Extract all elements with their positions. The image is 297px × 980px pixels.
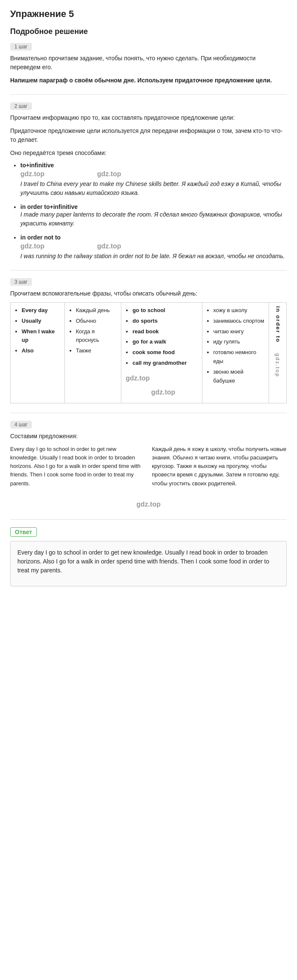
step-1-text: Внимательно прочитаем задание, чтобы пон…	[10, 54, 287, 72]
step-2: 2 шаг Прочитаем информацию про то, как с…	[10, 102, 287, 261]
phrase-call-granny: call my grandmother	[132, 359, 197, 368]
phrase-every-day: Every day	[22, 306, 60, 315]
phrases-table: Every day Usually When I wake up Also Ка…	[10, 302, 287, 403]
phrases-row: Every day Usually When I wake up Also Ка…	[11, 303, 287, 403]
step-1-badge: 1 шаг	[10, 43, 32, 51]
structure-item-2: in order to+infinitive I made many paper…	[20, 203, 287, 228]
watermark-2: gdz.top	[97, 170, 121, 178]
structure-name-1: to+infinitive	[20, 162, 54, 169]
phrase-go-walk: go for a walk	[132, 338, 197, 346]
step-4-intro: Составим предложения:	[10, 432, 287, 441]
structure-item-3: in order not to gdz.top gdz.top I was ru…	[20, 234, 287, 261]
answer-text: Every day I go to school in order to get…	[10, 541, 287, 586]
example-2-en: I made many paper lanterns to decorate t…	[20, 210, 287, 228]
phrase-kazhdyi-den: Каждый день	[76, 306, 117, 315]
col-time-en: Every day Usually When I wake up Also	[11, 303, 65, 403]
structure-name-3: in order not to	[20, 234, 61, 241]
phrase-go-school: go to school	[132, 306, 197, 315]
step-4-badge: 4 шаг	[10, 421, 32, 428]
phrase-when-wake: When I wake up	[22, 327, 60, 345]
watermark-1: gdz.top	[20, 170, 45, 178]
step-2-badge: 2 шаг	[10, 102, 32, 110]
col-actions-ru: хожу в школу занимаюсь спортом читаю кни…	[202, 303, 269, 403]
step-1-note: Напишем параграф о своём обычном дне. Ис…	[10, 76, 287, 85]
phrase-zvoniu: звоню моей бабушке	[213, 368, 265, 386]
step-2-intro: Прочитаем информацию про то, как составл…	[10, 113, 287, 122]
watermark-7: gdz.top	[273, 353, 281, 377]
step-4-text-ru: Каждый день я хожу в школу, чтобы получи…	[152, 445, 287, 488]
page-title: Упражнение 5	[10, 8, 287, 20]
phrase-usually: Usually	[22, 317, 60, 326]
phrase-obychno: Обычно	[76, 317, 117, 326]
phrase-gotovlyu: готовлю немного еды	[213, 348, 265, 366]
step-3-badge: 3 шаг	[10, 278, 32, 286]
step-3-intro: Прочитаем вспомогательные фразы, чтобы о…	[10, 289, 287, 298]
watermark-5: gdz.top	[126, 373, 150, 384]
answer-label: Ответ	[10, 527, 37, 537]
step-4-text-en: Every day I go to school in order to get…	[10, 445, 145, 488]
phrase-zanimayus: занимаюсь спортом	[213, 317, 265, 326]
phrase-kogda: Когда я проснусь	[76, 327, 117, 345]
col-time-ru: Каждый день Обычно Когда я проснусь Такж…	[64, 303, 121, 403]
phrase-cook-food: cook some food	[132, 348, 197, 357]
phrase-chitayu: читаю книгу	[213, 327, 265, 336]
col-inorderto: in order to gdz.top	[269, 303, 287, 403]
answer-block: Ответ Every day I go to school in order …	[10, 527, 287, 586]
step-4: 4 шаг Составим предложения: Every day I …	[10, 421, 287, 510]
step-4-texts: Every day I go to school in order to get…	[10, 445, 287, 492]
phrase-read-book: read book	[132, 327, 197, 336]
phrase-hozhu: хожу в школу	[213, 306, 265, 315]
phrase-idu: иду гулять	[213, 338, 265, 346]
solution-title: Подробное решение	[10, 27, 287, 36]
structures-list: to+infinitive gdz.top gdz.top I travel t…	[10, 162, 287, 261]
step-1: 1 шаг Внимательно прочитаем задание, что…	[10, 43, 287, 85]
watermark-8: gdz.top	[137, 501, 161, 508]
example-1-en: I travel to China every year to make my …	[20, 180, 287, 197]
col-actions-en: go to school do sports read book go for …	[121, 303, 202, 403]
phrase-takzhe: Также	[76, 346, 117, 355]
watermark-6: gdz.top	[151, 387, 175, 398]
step-3: 3 шаг Прочитаем вспомогательные фразы, ч…	[10, 278, 287, 403]
phrase-also: Also	[22, 346, 60, 355]
structure-name-2: in order to+infinitive	[20, 203, 78, 210]
watermark-4: gdz.top	[97, 242, 121, 250]
example-3-en: I was running to the railway station in …	[20, 252, 287, 261]
structure-item-1: to+infinitive gdz.top gdz.top I travel t…	[20, 162, 287, 197]
step-2-rule2: Оно передаётся тремя способами:	[10, 149, 287, 158]
step-2-rule1: Придаточное предложение цели используетс…	[10, 127, 287, 144]
watermark-3: gdz.top	[20, 242, 45, 250]
phrase-do-sports: do sports	[132, 317, 197, 326]
